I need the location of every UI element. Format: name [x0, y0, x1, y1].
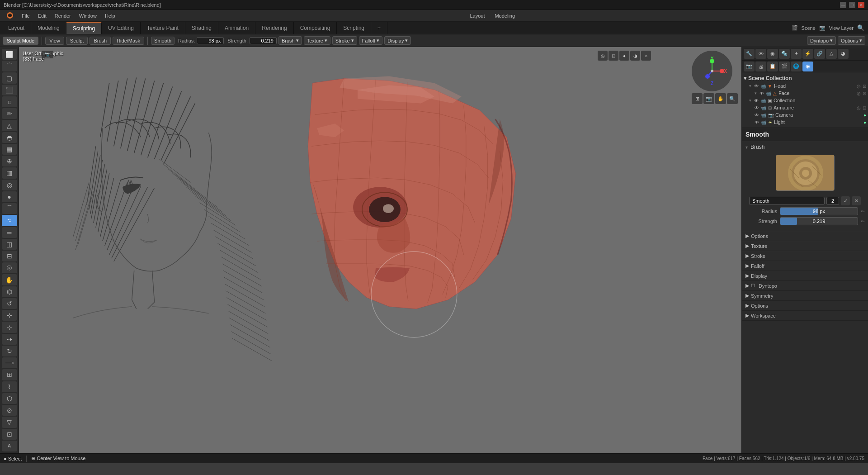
render-menu[interactable]: Render	[51, 12, 75, 19]
mask-filter-tool[interactable]: ⊡	[2, 429, 17, 440]
strength-slider[interactable]: 0.219	[780, 217, 858, 225]
options-dropdown[interactable]: Options ▾	[838, 36, 865, 45]
tab-modeling[interactable]: Modeling	[31, 22, 66, 34]
layout-tab[interactable]: Layout	[466, 12, 488, 19]
brush-dropdown[interactable]: Brush ▾	[278, 36, 302, 45]
xray-btn[interactable]: ⊡	[609, 51, 618, 61]
render-properties[interactable]: 📷	[744, 62, 755, 71]
draw-sharp-tool[interactable]: △	[2, 120, 17, 131]
box-hide-tool[interactable]: ▢	[2, 72, 17, 83]
radius-slider[interactable]: 98 px	[780, 207, 858, 215]
physics-icon-btn[interactable]: ⚡	[802, 49, 813, 59]
rotate-tool[interactable]: ↻	[2, 346, 17, 356]
radius-field[interactable]: 98 px	[197, 37, 224, 44]
erase-multires-tool[interactable]: ⊘	[2, 405, 17, 416]
world-properties[interactable]: 🌐	[791, 62, 802, 71]
cloth-filter-tool[interactable]: ⌇	[2, 381, 17, 392]
display-section-header[interactable]: ▶ Display	[742, 271, 868, 280]
zoom-btn[interactable]: 🔍	[727, 93, 738, 104]
crease-tool[interactable]: ⌒	[2, 203, 17, 214]
mode-dropdown[interactable]: Sculpt Mode	[3, 37, 38, 45]
tab-animation[interactable]: Animation	[218, 22, 255, 34]
tab-texture-paint[interactable]: Texture Paint	[141, 22, 185, 34]
scene-properties[interactable]: 🎬	[779, 62, 790, 71]
overlay-btn[interactable]: ◎	[598, 51, 608, 61]
brush-name-field[interactable]: Smooth	[151, 37, 175, 45]
inflate-tool[interactable]: ◎	[2, 180, 17, 190]
simplify-tool[interactable]: ▽	[2, 417, 17, 428]
maximize-button[interactable]: □	[849, 2, 855, 8]
elastic-deform-tool[interactable]: ⌬	[2, 286, 17, 297]
minimize-button[interactable]: —	[840, 2, 846, 8]
viewport-camera-btn[interactable]: 📷	[42, 51, 53, 58]
options2-section-header[interactable]: ▶ Options	[742, 301, 868, 310]
color-filter-tool[interactable]: ⬡	[2, 393, 17, 404]
flatten-tool[interactable]: ═	[2, 227, 17, 238]
object-icon-btn[interactable]: ◉	[767, 49, 778, 59]
hidemask-btn[interactable]: Hide/Mask	[113, 37, 144, 45]
blob-tool[interactable]: ●	[2, 191, 17, 202]
stroke-dropdown[interactable]: Stroke ▾	[332, 36, 357, 45]
shading-rendered[interactable]: ○	[641, 51, 651, 61]
clay-thumb-tool[interactable]: ⊕	[2, 156, 17, 166]
collection-light[interactable]: 👁 📹 ☀ Light ●	[744, 119, 866, 126]
fill-tool[interactable]: ◫	[2, 239, 17, 250]
falloff-section-header[interactable]: ▶ Falloff	[742, 261, 868, 271]
scene-collection-header[interactable]: ▾ Scene Collection	[744, 74, 866, 82]
viewport[interactable]: User Orthographic (33) Face 📷 X Y Z	[19, 47, 741, 453]
output-properties[interactable]: 🖨	[755, 62, 766, 71]
radius-edit-icon[interactable]: ✏	[861, 209, 864, 214]
collection-armature[interactable]: 👁 📹 ⊞ Armature ◎ ⊡	[744, 104, 866, 111]
sculpt-btn[interactable]: Sculpt	[66, 37, 88, 45]
stroke-section-header[interactable]: ▶ Stroke	[742, 251, 868, 261]
brush-btn[interactable]: Brush	[90, 37, 111, 45]
tab-scripting[interactable]: Scripting	[337, 22, 371, 34]
display-dropdown[interactable]: Display ▾	[384, 36, 411, 45]
modeling-tab[interactable]: Modeling	[491, 12, 519, 19]
shading-solid[interactable]: ●	[619, 51, 629, 61]
box-trim-tool[interactable]: ◻	[2, 96, 17, 107]
pose-tool[interactable]: ⊹	[2, 322, 17, 332]
snake-hook-tool[interactable]: ↺	[2, 298, 17, 309]
brush-num-field[interactable]: 2	[826, 197, 839, 205]
draw-brush-tool[interactable]: ✏	[2, 108, 17, 119]
file-menu[interactable]: File	[18, 12, 33, 19]
workspace-section-header[interactable]: ▶ Workspace	[742, 311, 868, 320]
tab-uv-editing[interactable]: UV Editing	[102, 22, 141, 34]
texture-dropdown[interactable]: Texture ▾	[304, 36, 330, 45]
options-section-header[interactable]: ▶ Options	[742, 231, 868, 241]
grab-tool[interactable]: ✋	[2, 274, 17, 285]
view-layer-properties[interactable]: 📋	[767, 62, 778, 71]
layer-tool[interactable]: ▥	[2, 167, 17, 178]
dyntopo-dropdown[interactable]: Dyntopo ▾	[807, 36, 836, 45]
texture-section-header[interactable]: ▶ Texture	[742, 241, 868, 251]
annotate-tool[interactable]: A	[2, 441, 17, 451]
collection-face[interactable]: ▾ 👁 📹 △ Face ◎ ⊡	[744, 90, 866, 97]
brush-check-btn[interactable]: ✓	[841, 196, 850, 205]
falloff-dropdown[interactable]: Falloff ▾	[359, 36, 383, 45]
smooth-tool[interactable]: ≈	[2, 215, 17, 226]
collection-collection[interactable]: ▾ 👁 📹 ▣ Collection	[744, 97, 866, 104]
close-button[interactable]: ✕	[858, 2, 864, 8]
clay-tool[interactable]: ◓	[2, 132, 17, 143]
pinch-tool[interactable]: ⦾	[2, 262, 17, 273]
boundary-tool[interactable]: ⊞	[2, 369, 17, 380]
brush-preview-image[interactable]	[776, 155, 835, 191]
tool-icon-btn[interactable]: 🔧	[744, 49, 755, 59]
collection-camera[interactable]: 👁 📹 📷 Camera ●	[744, 111, 866, 119]
dyntopo-checkbox[interactable]: ☐	[751, 283, 755, 288]
scrape-tool[interactable]: ⊟	[2, 251, 17, 261]
move-btn[interactable]: ✋	[715, 93, 726, 104]
slide-relax-tool[interactable]: ⟶	[2, 357, 17, 368]
brush-name-input[interactable]	[749, 197, 825, 205]
axis-gizmo[interactable]: X Y Z	[692, 51, 732, 91]
collection-head[interactable]: ▾ 👁 📹 ▼ Head ◎ ⊡	[744, 82, 866, 90]
tab-compositing[interactable]: Compositing	[294, 22, 337, 34]
tab-add[interactable]: +	[371, 22, 387, 34]
help-menu[interactable]: Help	[101, 12, 119, 19]
modifier-icon-btn[interactable]: 🔩	[779, 49, 790, 59]
strength-edit-icon[interactable]: ✏	[861, 219, 864, 224]
box-mask-tool[interactable]: ⬜	[2, 49, 17, 60]
lasso-mask-tool[interactable]: ⌒	[2, 61, 17, 71]
brush-section-header[interactable]: ▾ Brush	[742, 141, 868, 153]
